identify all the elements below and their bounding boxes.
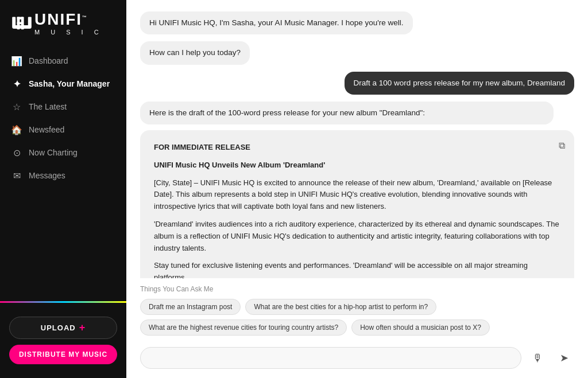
sidebar-item-dashboard[interactable]: 📊 Dashboard <box>0 49 126 72</box>
sidebar-item-label: The Latest <box>29 102 67 111</box>
user-msg: Draft a 100 word press release for my ne… <box>140 72 574 95</box>
bot-followup-msg: How can I help you today? <box>140 41 574 64</box>
pr-title: UNIFI Music HQ Unveils New Album 'Dreaml… <box>154 161 325 169</box>
distribute-button[interactable]: DISTRIBUTE MY MUSIC <box>9 345 117 364</box>
pr-body3: Stay tuned for exclusive listening event… <box>154 260 560 278</box>
bot-greeting-msg: Hi UNIFI Music HQ, I'm Sasha, your AI Mu… <box>140 11 574 34</box>
latest-icon: ☆ <box>11 102 22 112</box>
sidebar-item-label: Sasha, Your Manager <box>29 79 110 88</box>
sidebar-divider <box>0 301 126 303</box>
suggestions-chips: Draft me an Instagram post What are the … <box>140 299 574 336</box>
send-icon: ➤ <box>560 352 568 364</box>
send-button[interactable]: ➤ <box>554 348 574 368</box>
logo: UNIFI™ M U S I C <box>0 0 126 45</box>
newsfeed-icon: 🏠 <box>11 124 22 135</box>
dashboard-icon: 📊 <box>11 56 22 66</box>
microphone-button[interactable]: 🎙 <box>527 348 548 368</box>
bot-followup-bubble: How can I help you today? <box>140 41 250 64</box>
svg-rect-0 <box>12 17 16 27</box>
pr-header: FOR IMMEDIATE RELEASE <box>154 143 250 151</box>
sidebar-item-latest[interactable]: ☆ The Latest <box>0 95 126 118</box>
distribute-label: DISTRIBUTE MY MUSIC <box>19 350 107 358</box>
chip-3[interactable]: How often should a musician post to X? <box>351 319 490 336</box>
pr-body2: 'Dreamland' invites audiences into a ric… <box>154 219 560 254</box>
sidebar-item-label: Now Charting <box>29 148 78 157</box>
logo-tm: ™ <box>82 15 88 20</box>
input-area: 🎙 ➤ <box>126 341 588 378</box>
sidebar-item-label: Newsfeed <box>29 125 64 134</box>
chip-2[interactable]: What are the highest revenue cities for … <box>140 319 347 336</box>
chip-1[interactable]: What are the best cities for a hip-hop a… <box>245 299 436 315</box>
upload-label: UPLOAD <box>41 324 76 332</box>
main-content: Hi UNIFI Music HQ, I'm Sasha, your AI Mu… <box>126 0 588 378</box>
chat-input[interactable] <box>140 347 521 369</box>
sidebar-item-manager[interactable]: ✦ Sasha, Your Manager <box>0 72 126 95</box>
charting-icon: ⊙ <box>11 147 22 158</box>
sidebar: UNIFI™ M U S I C 📊 Dashboard ✦ Sasha, Yo… <box>0 0 126 378</box>
copy-icon[interactable]: ⧉ <box>559 138 565 153</box>
sidebar-nav: 📊 Dashboard ✦ Sasha, Your Manager ☆ The … <box>0 45 126 297</box>
sidebar-item-charting[interactable]: ⊙ Now Charting <box>0 141 126 164</box>
svg-rect-6 <box>21 17 24 30</box>
press-release-msg: Here is the draft of the 100-word press … <box>140 102 574 278</box>
user-bubble: Draft a 100 word press release for my ne… <box>345 72 574 95</box>
logo-icon: UNIFI™ M U S I C <box>11 11 115 36</box>
logo-sub: M U S I C <box>34 29 103 36</box>
upload-button[interactable]: UPLOAD + <box>9 317 117 339</box>
manager-icon: ✦ <box>11 79 22 89</box>
press-release-intro-bubble: Here is the draft of the 100-word press … <box>140 102 554 124</box>
messages-icon: ✉ <box>11 170 22 181</box>
logo-text-group: UNIFI™ M U S I C <box>34 11 103 36</box>
chip-0[interactable]: Draft me an Instagram post <box>140 299 241 315</box>
upload-plus-icon: + <box>79 322 86 334</box>
sidebar-item-messages[interactable]: ✉ Messages <box>0 164 126 187</box>
chat-area: Hi UNIFI Music HQ, I'm Sasha, your AI Mu… <box>126 0 588 278</box>
logo-main: UNIFI™ <box>34 11 103 28</box>
suggestions-label: Things You Can Ask Me <box>140 285 574 293</box>
svg-rect-5 <box>17 22 22 25</box>
sidebar-item-newsfeed[interactable]: 🏠 Newsfeed <box>0 118 126 141</box>
pr-body1: [City, State] – UNIFI Music HQ is excite… <box>154 177 560 213</box>
logo-svg <box>11 15 32 32</box>
microphone-icon: 🎙 <box>532 352 543 364</box>
suggestions-area: Things You Can Ask Me Draft me an Instag… <box>126 278 588 341</box>
sidebar-item-label: Dashboard <box>29 56 68 65</box>
sidebar-actions: UPLOAD + DISTRIBUTE MY MUSIC <box>0 307 126 378</box>
press-release-bubble: ⧉ FOR IMMEDIATE RELEASE UNIFI Music HQ U… <box>140 130 574 278</box>
bot-greeting-bubble: Hi UNIFI Music HQ, I'm Sasha, your AI Mu… <box>140 11 413 34</box>
svg-rect-1 <box>28 17 32 27</box>
sidebar-item-label: Messages <box>29 171 65 180</box>
